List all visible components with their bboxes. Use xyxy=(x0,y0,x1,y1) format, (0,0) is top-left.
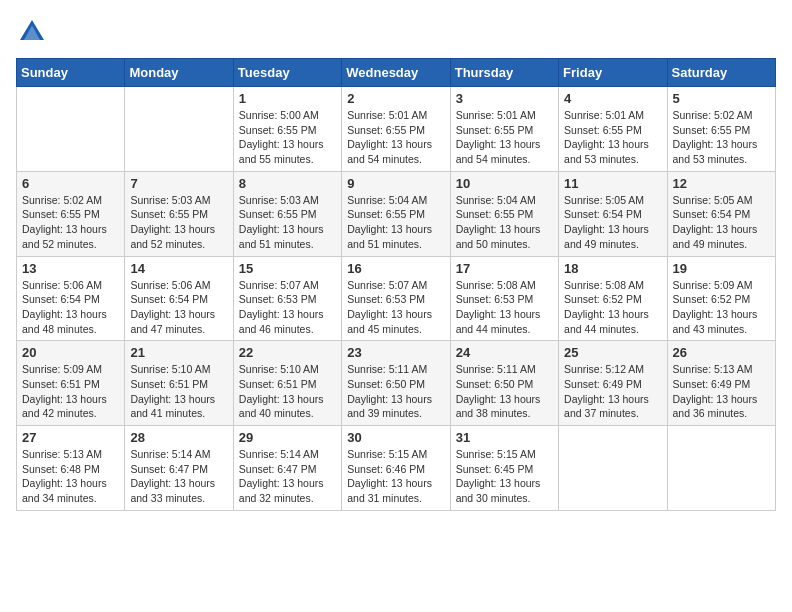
day-number: 9 xyxy=(347,176,444,191)
calendar-cell: 8Sunrise: 5:03 AM Sunset: 6:55 PM Daylig… xyxy=(233,171,341,256)
day-detail: Sunrise: 5:14 AM Sunset: 6:47 PM Dayligh… xyxy=(239,447,336,506)
day-detail: Sunrise: 5:10 AM Sunset: 6:51 PM Dayligh… xyxy=(130,362,227,421)
calendar-cell: 4Sunrise: 5:01 AM Sunset: 6:55 PM Daylig… xyxy=(559,87,667,172)
calendar-cell: 25Sunrise: 5:12 AM Sunset: 6:49 PM Dayli… xyxy=(559,341,667,426)
calendar-cell xyxy=(559,426,667,511)
day-detail: Sunrise: 5:14 AM Sunset: 6:47 PM Dayligh… xyxy=(130,447,227,506)
day-detail: Sunrise: 5:15 AM Sunset: 6:45 PM Dayligh… xyxy=(456,447,553,506)
day-number: 28 xyxy=(130,430,227,445)
day-detail: Sunrise: 5:12 AM Sunset: 6:49 PM Dayligh… xyxy=(564,362,661,421)
day-number: 15 xyxy=(239,261,336,276)
day-number: 25 xyxy=(564,345,661,360)
day-detail: Sunrise: 5:08 AM Sunset: 6:52 PM Dayligh… xyxy=(564,278,661,337)
day-number: 11 xyxy=(564,176,661,191)
day-detail: Sunrise: 5:07 AM Sunset: 6:53 PM Dayligh… xyxy=(347,278,444,337)
day-number: 7 xyxy=(130,176,227,191)
day-detail: Sunrise: 5:09 AM Sunset: 6:51 PM Dayligh… xyxy=(22,362,119,421)
day-detail: Sunrise: 5:03 AM Sunset: 6:55 PM Dayligh… xyxy=(130,193,227,252)
day-detail: Sunrise: 5:07 AM Sunset: 6:53 PM Dayligh… xyxy=(239,278,336,337)
day-detail: Sunrise: 5:04 AM Sunset: 6:55 PM Dayligh… xyxy=(347,193,444,252)
day-number: 2 xyxy=(347,91,444,106)
day-number: 4 xyxy=(564,91,661,106)
day-number: 13 xyxy=(22,261,119,276)
day-number: 14 xyxy=(130,261,227,276)
weekday-header-sunday: Sunday xyxy=(17,59,125,87)
day-number: 6 xyxy=(22,176,119,191)
calendar-body: 1Sunrise: 5:00 AM Sunset: 6:55 PM Daylig… xyxy=(17,87,776,511)
calendar-cell xyxy=(17,87,125,172)
day-number: 3 xyxy=(456,91,553,106)
weekday-header-thursday: Thursday xyxy=(450,59,558,87)
calendar-cell: 10Sunrise: 5:04 AM Sunset: 6:55 PM Dayli… xyxy=(450,171,558,256)
weekday-header-friday: Friday xyxy=(559,59,667,87)
calendar-week-row: 6Sunrise: 5:02 AM Sunset: 6:55 PM Daylig… xyxy=(17,171,776,256)
calendar-cell: 27Sunrise: 5:13 AM Sunset: 6:48 PM Dayli… xyxy=(17,426,125,511)
day-detail: Sunrise: 5:13 AM Sunset: 6:48 PM Dayligh… xyxy=(22,447,119,506)
weekday-header-tuesday: Tuesday xyxy=(233,59,341,87)
weekday-header-wednesday: Wednesday xyxy=(342,59,450,87)
day-number: 20 xyxy=(22,345,119,360)
weekday-header-monday: Monday xyxy=(125,59,233,87)
day-detail: Sunrise: 5:01 AM Sunset: 6:55 PM Dayligh… xyxy=(347,108,444,167)
day-detail: Sunrise: 5:05 AM Sunset: 6:54 PM Dayligh… xyxy=(673,193,770,252)
day-detail: Sunrise: 5:13 AM Sunset: 6:49 PM Dayligh… xyxy=(673,362,770,421)
calendar-cell: 20Sunrise: 5:09 AM Sunset: 6:51 PM Dayli… xyxy=(17,341,125,426)
calendar-cell: 14Sunrise: 5:06 AM Sunset: 6:54 PM Dayli… xyxy=(125,256,233,341)
calendar-cell xyxy=(667,426,775,511)
day-detail: Sunrise: 5:10 AM Sunset: 6:51 PM Dayligh… xyxy=(239,362,336,421)
day-number: 19 xyxy=(673,261,770,276)
weekday-header-saturday: Saturday xyxy=(667,59,775,87)
day-detail: Sunrise: 5:02 AM Sunset: 6:55 PM Dayligh… xyxy=(22,193,119,252)
day-number: 5 xyxy=(673,91,770,106)
logo-icon xyxy=(16,16,48,48)
calendar-cell: 5Sunrise: 5:02 AM Sunset: 6:55 PM Daylig… xyxy=(667,87,775,172)
day-detail: Sunrise: 5:06 AM Sunset: 6:54 PM Dayligh… xyxy=(130,278,227,337)
day-number: 21 xyxy=(130,345,227,360)
calendar-cell: 6Sunrise: 5:02 AM Sunset: 6:55 PM Daylig… xyxy=(17,171,125,256)
calendar-cell: 1Sunrise: 5:00 AM Sunset: 6:55 PM Daylig… xyxy=(233,87,341,172)
day-detail: Sunrise: 5:08 AM Sunset: 6:53 PM Dayligh… xyxy=(456,278,553,337)
calendar-cell: 29Sunrise: 5:14 AM Sunset: 6:47 PM Dayli… xyxy=(233,426,341,511)
calendar-cell: 23Sunrise: 5:11 AM Sunset: 6:50 PM Dayli… xyxy=(342,341,450,426)
day-detail: Sunrise: 5:09 AM Sunset: 6:52 PM Dayligh… xyxy=(673,278,770,337)
calendar-table: SundayMondayTuesdayWednesdayThursdayFrid… xyxy=(16,58,776,511)
calendar-week-row: 1Sunrise: 5:00 AM Sunset: 6:55 PM Daylig… xyxy=(17,87,776,172)
calendar-week-row: 27Sunrise: 5:13 AM Sunset: 6:48 PM Dayli… xyxy=(17,426,776,511)
day-detail: Sunrise: 5:01 AM Sunset: 6:55 PM Dayligh… xyxy=(456,108,553,167)
day-detail: Sunrise: 5:04 AM Sunset: 6:55 PM Dayligh… xyxy=(456,193,553,252)
day-number: 22 xyxy=(239,345,336,360)
day-number: 12 xyxy=(673,176,770,191)
weekday-header-row: SundayMondayTuesdayWednesdayThursdayFrid… xyxy=(17,59,776,87)
day-detail: Sunrise: 5:05 AM Sunset: 6:54 PM Dayligh… xyxy=(564,193,661,252)
logo xyxy=(16,16,52,48)
day-detail: Sunrise: 5:11 AM Sunset: 6:50 PM Dayligh… xyxy=(347,362,444,421)
calendar-cell: 15Sunrise: 5:07 AM Sunset: 6:53 PM Dayli… xyxy=(233,256,341,341)
day-number: 16 xyxy=(347,261,444,276)
day-number: 27 xyxy=(22,430,119,445)
page-header xyxy=(16,16,776,48)
calendar-cell: 26Sunrise: 5:13 AM Sunset: 6:49 PM Dayli… xyxy=(667,341,775,426)
day-detail: Sunrise: 5:15 AM Sunset: 6:46 PM Dayligh… xyxy=(347,447,444,506)
day-number: 8 xyxy=(239,176,336,191)
calendar-header: SundayMondayTuesdayWednesdayThursdayFrid… xyxy=(17,59,776,87)
day-detail: Sunrise: 5:11 AM Sunset: 6:50 PM Dayligh… xyxy=(456,362,553,421)
day-number: 18 xyxy=(564,261,661,276)
day-number: 29 xyxy=(239,430,336,445)
day-number: 23 xyxy=(347,345,444,360)
calendar-cell: 21Sunrise: 5:10 AM Sunset: 6:51 PM Dayli… xyxy=(125,341,233,426)
day-number: 26 xyxy=(673,345,770,360)
calendar-cell: 16Sunrise: 5:07 AM Sunset: 6:53 PM Dayli… xyxy=(342,256,450,341)
calendar-cell: 30Sunrise: 5:15 AM Sunset: 6:46 PM Dayli… xyxy=(342,426,450,511)
calendar-cell: 3Sunrise: 5:01 AM Sunset: 6:55 PM Daylig… xyxy=(450,87,558,172)
day-detail: Sunrise: 5:02 AM Sunset: 6:55 PM Dayligh… xyxy=(673,108,770,167)
calendar-week-row: 20Sunrise: 5:09 AM Sunset: 6:51 PM Dayli… xyxy=(17,341,776,426)
calendar-cell: 28Sunrise: 5:14 AM Sunset: 6:47 PM Dayli… xyxy=(125,426,233,511)
day-detail: Sunrise: 5:03 AM Sunset: 6:55 PM Dayligh… xyxy=(239,193,336,252)
day-number: 30 xyxy=(347,430,444,445)
calendar-cell: 9Sunrise: 5:04 AM Sunset: 6:55 PM Daylig… xyxy=(342,171,450,256)
day-detail: Sunrise: 5:06 AM Sunset: 6:54 PM Dayligh… xyxy=(22,278,119,337)
day-number: 31 xyxy=(456,430,553,445)
calendar-cell: 13Sunrise: 5:06 AM Sunset: 6:54 PM Dayli… xyxy=(17,256,125,341)
calendar-cell: 17Sunrise: 5:08 AM Sunset: 6:53 PM Dayli… xyxy=(450,256,558,341)
calendar-cell: 31Sunrise: 5:15 AM Sunset: 6:45 PM Dayli… xyxy=(450,426,558,511)
